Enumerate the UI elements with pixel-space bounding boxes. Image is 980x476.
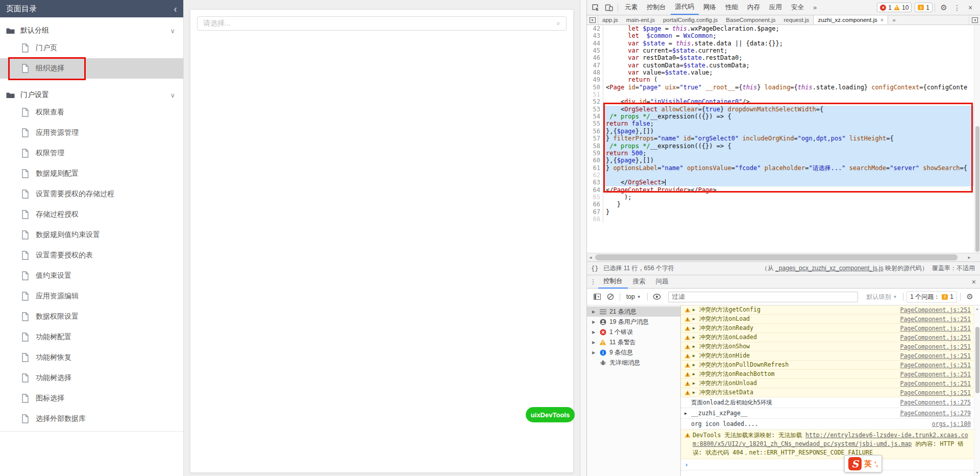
tree-group-0[interactable]: 默认分组∨ <box>0 23 183 38</box>
source-location-link[interactable]: PageComponent.js:251 <box>894 371 971 378</box>
page-scrollbar[interactable] <box>580 0 587 476</box>
expander-icon[interactable]: ▶ <box>693 381 697 386</box>
tree-item[interactable]: 组织选择 <box>0 58 183 79</box>
tree-item[interactable]: 数据权限设置 <box>0 306 183 327</box>
source-location-link[interactable]: PageComponent.js:251 <box>894 380 971 387</box>
tree-item[interactable]: 门户页 <box>0 38 183 58</box>
clear-console-icon[interactable] <box>604 291 617 303</box>
pretty-print-icon[interactable]: {} <box>591 265 598 272</box>
scroll-down-icon[interactable]: ▼ <box>974 471 980 474</box>
tree-item[interactable]: 功能树配置 <box>0 327 183 347</box>
show-navigator-icon[interactable] <box>587 15 598 25</box>
tree-item[interactable]: 存储过程授权 <box>0 204 183 225</box>
tab-源代码[interactable]: 源代码 <box>671 0 699 15</box>
tree-item[interactable]: 数据规则配置 <box>0 163 183 184</box>
expander-icon[interactable]: ▶ <box>592 330 596 335</box>
tree-item[interactable]: 权限管理 <box>0 143 183 163</box>
tree-item[interactable]: 权限查看 <box>0 102 183 123</box>
expander-icon[interactable]: ▶ <box>684 411 689 416</box>
console-message[interactable]: ▶__zuzhi_xzPage__PageComponent.js:279 <box>681 408 974 419</box>
file-tab[interactable]: request.js <box>780 15 814 25</box>
expander-icon[interactable]: ▶ <box>592 310 596 314</box>
source-location-link[interactable]: PageComponent.js:251 <box>894 316 971 323</box>
console-prompt[interactable]: › <box>681 459 974 470</box>
console-context-selector[interactable]: top ▼ <box>623 293 644 300</box>
tree-item[interactable]: 功能树选择 <box>0 368 183 388</box>
expander-icon[interactable]: ▶ <box>693 353 697 358</box>
hscroll-thumb[interactable] <box>595 254 958 260</box>
console-message[interactable]: ▶冲突的方法onShowPageComponent.js:251 <box>681 342 974 351</box>
console-sidebar-item[interactable]: ▶1 个错误 <box>587 327 680 337</box>
live-expression-eye-icon[interactable] <box>651 291 663 303</box>
chevron-down-icon[interactable]: ∨ <box>170 27 175 35</box>
console-message[interactable]: ▶冲突的方法onUnloadPageComponent.js:251 <box>681 379 974 388</box>
tab-内存[interactable]: 内存 <box>743 0 765 15</box>
drawer-tab-问题[interactable]: 问题 <box>651 275 674 289</box>
expander-icon[interactable]: ▶ <box>693 326 697 330</box>
console-message[interactable]: ▶冲突的方法onLoadedPageComponent.js:251 <box>681 333 974 342</box>
file-tab[interactable]: portalConfig.config.js <box>659 15 722 25</box>
tree-item[interactable]: 值约束设置 <box>0 266 183 286</box>
file-tab[interactable]: BaseComponent.js <box>722 15 779 25</box>
tab-性能[interactable]: 性能 <box>721 0 743 15</box>
inspect-element-icon[interactable] <box>589 2 602 14</box>
console-sidebar-item[interactable]: ▶21 条消息 <box>587 306 680 317</box>
source-location-link[interactable]: PageComponent.js:275 <box>894 399 971 406</box>
expander-icon[interactable]: ▶ <box>693 307 697 312</box>
issues-badge[interactable]: ! 1 <box>915 3 933 12</box>
tree-item[interactable]: 设置需要授权的存储过程 <box>0 184 183 204</box>
errors-warnings-badge[interactable]: × 1 ! 10 <box>877 3 912 12</box>
more-options-icon[interactable]: ⋮ <box>950 2 964 14</box>
tree-group-1[interactable]: 门户设置∨ <box>0 88 183 102</box>
tree-item[interactable]: 选择外部数据库 <box>0 409 183 429</box>
console-message[interactable]: ▶冲突的方法setDataPageComponent.js:251 <box>681 388 974 397</box>
tab-安全[interactable]: 安全 <box>787 0 808 15</box>
console-scrollbar[interactable]: ▲ ▼ <box>974 305 980 476</box>
console-message[interactable]: ▶冲突的方法onReachBottomPageComponent.js:251 <box>681 370 974 379</box>
expander-icon[interactable]: ▶ <box>592 320 596 324</box>
tree-item[interactable]: 应用资源管理 <box>0 123 183 143</box>
console-message[interactable]: ▶冲突的方法onLoadPageComponent.js:251 <box>681 315 974 324</box>
console-message[interactable]: ▶冲突的方法onHidePageComponent.js:251 <box>681 351 974 361</box>
tree-item[interactable]: 设置需要授权的表 <box>0 245 183 266</box>
console-message[interactable]: ▶冲突的方法onPullDownRefreshPageComponent.js:… <box>681 361 974 370</box>
issues-counter-button[interactable]: 1 个问题： ! 1 <box>906 291 957 303</box>
drawer-tab-搜索[interactable]: 搜索 <box>628 275 651 289</box>
console-sidebar-item[interactable]: 无详细消息 <box>587 358 680 368</box>
expander-icon[interactable]: ▶ <box>693 317 697 321</box>
console-message[interactable]: 页面onload之后初始化h5环境PageComponent.js:275 <box>681 397 974 408</box>
console-sidebar-item[interactable]: ▶19 条用户消息 <box>587 317 680 327</box>
tab-元素[interactable]: 元素 <box>620 0 642 15</box>
tree-item[interactable]: 功能树恢复 <box>0 347 183 368</box>
drawer-menu-icon[interactable]: ⋮ <box>588 278 598 285</box>
mapped-file-link[interactable]: _pages_pcx_zuzhi_xz_component_js.js <box>775 265 883 272</box>
editor-horizontal-scrollbar[interactable]: ◄ ► <box>587 253 980 261</box>
source-location-link[interactable]: PageComponent.js:251 <box>894 306 971 314</box>
log-level-selector[interactable]: 默认级别 ▼ <box>863 293 900 301</box>
scroll-right-icon[interactable]: ► <box>966 253 973 261</box>
tab-控制台[interactable]: 控制台 <box>642 0 671 15</box>
source-location-link[interactable]: PageComponent.js:251 <box>894 389 971 396</box>
tree-item[interactable]: 数据规则值约束设置 <box>0 225 183 245</box>
close-drawer-icon[interactable]: × <box>972 278 976 286</box>
show-debugger-icon[interactable] <box>969 15 980 25</box>
source-location-link[interactable]: PageComponent.js:251 <box>894 343 971 350</box>
chevron-down-icon[interactable]: ∨ <box>170 91 175 99</box>
expander-icon[interactable]: ▶ <box>693 390 697 395</box>
collapse-panel-icon[interactable]: ‹ <box>174 4 177 14</box>
console-message[interactable]: ▶冲突的方法getConfigPageComponent.js:251 <box>681 305 974 315</box>
expander-icon[interactable]: ▶ <box>693 344 697 349</box>
scroll-up-icon[interactable]: ▲ <box>974 307 980 311</box>
source-location-link[interactable]: PageComponent.js:279 <box>894 410 971 417</box>
console-message[interactable]: ▶冲突的方法onReadyPageComponent.js:251 <box>681 324 974 333</box>
expander-icon[interactable]: ▶ <box>592 340 596 345</box>
close-devtools-icon[interactable]: × <box>964 2 977 14</box>
drawer-tab-控制台[interactable]: 控制台 <box>598 275 628 289</box>
console-sidebar-toggle-icon[interactable] <box>591 291 603 303</box>
console-message[interactable]: org icon loaded....orgs.js:180 <box>681 419 974 430</box>
console-sidebar-item[interactable]: ▶9 条信息 <box>587 347 680 358</box>
expander-icon[interactable]: ▶ <box>693 335 697 340</box>
device-toolbar-icon[interactable] <box>602 2 616 14</box>
console-filter-input[interactable]: 过滤 <box>668 292 859 302</box>
source-location-link[interactable]: PageComponent.js:251 <box>894 325 971 332</box>
